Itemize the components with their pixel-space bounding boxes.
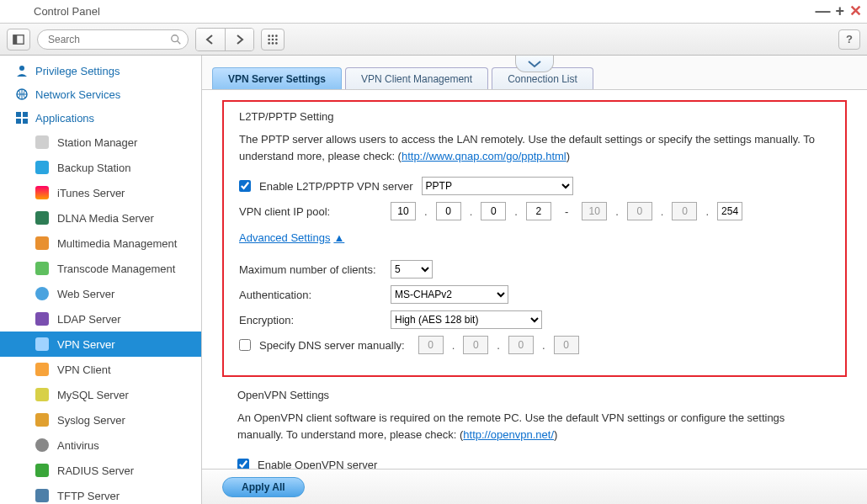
apps-icon [15, 111, 29, 125]
sidebar-item-label: Syslog Server [57, 414, 125, 427]
search-input[interactable] [37, 29, 189, 50]
apply-all-button[interactable]: Apply All [222, 477, 305, 497]
settings-panel[interactable]: L2TP/PPTP Setting The PPTP server allows… [202, 89, 867, 469]
desc-text: ) [554, 428, 557, 441]
sidebar-item-mysql[interactable]: MySQL Server [0, 382, 201, 407]
apps-grid-button[interactable] [261, 29, 285, 50]
svg-point-6 [275, 34, 278, 37]
sidebar-item-syslog[interactable]: Syslog Server [0, 407, 201, 432]
advanced-settings-toggle[interactable]: Advanced Settings▲ [239, 231, 344, 244]
sidebar-item-antivirus[interactable]: Antivirus [0, 432, 201, 458]
radius-icon [35, 464, 49, 477]
sidebar-toggle-button[interactable] [7, 29, 30, 50]
sidebar-item-itunes[interactable]: iTunes Server [0, 180, 201, 205]
nav-back-button[interactable] [196, 29, 225, 50]
enable-l2tp-label: Enable L2TP/PPTP VPN server [259, 180, 413, 193]
dns-manual-checkbox[interactable] [239, 339, 251, 351]
sidebar-group-label: Network Services [35, 88, 120, 101]
pptp-help-link[interactable]: http://www.qnap.com/go/pptp.html [402, 150, 566, 162]
multimedia-icon [35, 236, 49, 250]
openvpn-description: An OpenVPN client software is required o… [237, 410, 832, 443]
sidebar-item-vpn-client[interactable]: VPN Client [0, 357, 201, 382]
arrow-left-icon [205, 34, 216, 45]
window-close-icon[interactable]: ✕ [849, 3, 862, 19]
sidebar-item-tftp[interactable]: TFTP Server [0, 483, 201, 504]
sidebar-item-label: Station Manager [57, 136, 137, 149]
globe-icon [15, 88, 29, 101]
ip-pool-start-oct4[interactable] [526, 202, 551, 220]
ip-pool-label: VPN client IP pool: [239, 205, 382, 218]
authentication-select[interactable]: MS-CHAPv2 [391, 285, 508, 304]
svg-point-8 [272, 38, 274, 40]
sidebar-group-label: Applications [35, 112, 94, 125]
svg-point-4 [268, 34, 270, 37]
sidebar-item-station-manager[interactable]: Station Manager [0, 130, 201, 155]
sidebar-item-label: VPN Server [57, 338, 115, 351]
tab-vpn-client-management[interactable]: VPN Client Management [345, 67, 488, 89]
svg-rect-1 [13, 34, 17, 44]
sidebar-item-vpn-server[interactable]: VPN Server [0, 332, 201, 357]
panel-icon [13, 34, 24, 45]
svg-point-12 [275, 42, 278, 45]
enable-openvpn-checkbox[interactable] [237, 459, 249, 469]
content-area: VPN Server Settings VPN Client Managemen… [202, 56, 867, 504]
sidebar-item-multimedia[interactable]: Multimedia Management [0, 231, 201, 256]
max-clients-select[interactable]: 5 [391, 260, 433, 279]
svg-rect-16 [23, 112, 28, 117]
svg-point-11 [272, 42, 274, 45]
l2tp-description: The PPTP server allows users to access t… [239, 131, 835, 164]
range-dash: - [565, 205, 568, 218]
sidebar-item-label: DLNA Media Server [57, 212, 154, 225]
tab-label: VPN Client Management [361, 73, 472, 85]
antivirus-icon [35, 438, 49, 452]
openvpn-section: OpenVPN Settings An OpenVPN client softw… [222, 377, 847, 469]
dlna-icon [35, 211, 49, 225]
sidebar-item-label: RADIUS Server [57, 464, 134, 477]
sidebar[interactable]: Privilege Settings Network Services Appl… [0, 56, 202, 504]
sidebar-item-transcode[interactable]: Transcode Management [0, 256, 201, 281]
sidebar-group-applications[interactable]: Applications [0, 106, 201, 130]
sidebar-item-dlna[interactable]: DLNA Media Server [0, 205, 201, 231]
sidebar-item-label: Antivirus [57, 439, 99, 452]
tab-label: Connection List [508, 73, 577, 85]
protocol-select[interactable]: PPTP [422, 177, 573, 195]
tab-label: VPN Server Settings [228, 73, 326, 85]
dns-oct4 [554, 336, 579, 354]
window-maximize-icon[interactable]: + [835, 3, 844, 19]
l2tp-section-highlight: L2TP/PPTP Setting The PPTP server allows… [222, 100, 847, 377]
ip-pool-end-oct4[interactable] [717, 202, 742, 220]
grid-icon [267, 34, 279, 45]
dns-oct3 [508, 336, 534, 354]
encryption-label: Encryption: [239, 314, 382, 326]
openvpn-help-link[interactable]: http://openvpn.net/ [463, 428, 554, 441]
sidebar-item-label: Transcode Management [57, 263, 175, 275]
sidebar-item-backup-station[interactable]: Backup Station [0, 155, 201, 180]
svg-line-3 [178, 40, 181, 44]
titlebar: Control Panel — + ✕ [0, 0, 867, 24]
sidebar-item-label: Multimedia Management [57, 237, 177, 250]
enable-openvpn-label: Enable OpenVPN server [258, 459, 377, 470]
nav-forward-button[interactable] [225, 29, 253, 50]
ip-pool-end-oct2 [627, 202, 652, 220]
help-button[interactable]: ? [838, 29, 860, 50]
sidebar-item-radius[interactable]: RADIUS Server [0, 458, 201, 483]
sidebar-group-label: Privilege Settings [35, 65, 120, 77]
ip-pool-start-oct3[interactable] [481, 202, 506, 220]
advanced-settings-label: Advanced Settings [239, 231, 330, 244]
syslog-icon [35, 413, 49, 427]
sidebar-item-label: MySQL Server [57, 389, 129, 401]
enable-l2tp-checkbox[interactable] [239, 180, 251, 192]
encryption-select[interactable]: High (AES 128 bit) [391, 310, 542, 329]
tab-vpn-server-settings[interactable]: VPN Server Settings [212, 67, 342, 89]
panel-expand-handle[interactable] [515, 56, 554, 72]
sidebar-item-ldap[interactable]: LDAP Server [0, 306, 201, 332]
max-clients-label: Maximum number of clients: [239, 263, 382, 276]
ip-pool-start-oct2[interactable] [436, 202, 461, 220]
tftp-icon [35, 489, 49, 502]
ip-pool-start-oct1[interactable] [391, 202, 416, 220]
sidebar-item-webserver[interactable]: Web Server [0, 281, 201, 306]
station-icon [35, 135, 49, 149]
window-minimize-icon[interactable]: — [815, 3, 830, 19]
sidebar-group-network[interactable]: Network Services [0, 82, 201, 106]
sidebar-group-privilege[interactable]: Privilege Settings [0, 59, 201, 82]
